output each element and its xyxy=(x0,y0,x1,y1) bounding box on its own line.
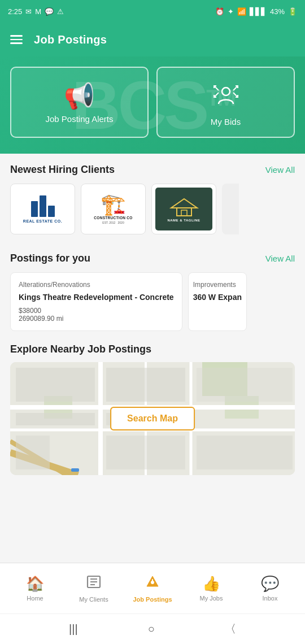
svg-rect-20 xyxy=(106,368,185,402)
bids-label: My Bids xyxy=(211,117,241,127)
status-right: ⏰ ✦ 📶 ▋▋▋ 43% 🔋 xyxy=(215,7,297,16)
nav-label-inbox: Inbox xyxy=(263,595,278,602)
bids-icon xyxy=(211,80,241,111)
svg-rect-26 xyxy=(197,436,293,469)
clients-row: REAL ESTATE CO. 🏗️ CONSTRUCTION CO EST. … xyxy=(10,184,295,242)
construction-icon: 🏗️ xyxy=(101,194,126,215)
svg-line-1 xyxy=(214,86,219,90)
client-card-construction[interactable]: 🏗️ CONSTRUCTION CO EST. 2012 2020 xyxy=(81,184,146,234)
svg-line-4 xyxy=(233,93,238,97)
client-card-real-estate[interactable]: REAL ESTATE CO. xyxy=(10,184,75,234)
newest-clients-title: Newest Hiring Clients xyxy=(10,164,115,176)
explore-title: Explore Nearby Job Postings xyxy=(10,341,295,355)
newest-clients-section: Newest Hiring Clients View All REAL ESTA… xyxy=(0,154,305,242)
posting-price: $38000 xyxy=(19,307,41,315)
job-postings-icon xyxy=(145,574,160,594)
re-company-name: REAL ESTATE CO. xyxy=(23,219,62,223)
newest-clients-view-all[interactable]: View All xyxy=(265,165,295,175)
nav-item-my-clients[interactable]: My Clients xyxy=(64,574,123,603)
chat-icon: 💬 xyxy=(45,7,54,16)
svg-rect-7 xyxy=(181,210,187,216)
nav-label-my-clients: My Clients xyxy=(79,596,108,603)
alerts-label: Job Posting Alerts xyxy=(45,114,113,124)
nav-item-job-postings[interactable]: Job Postings xyxy=(123,574,182,603)
nt-company-name: NAME & TAGLINE xyxy=(167,219,200,222)
nav-label-home: Home xyxy=(27,595,43,602)
back-button[interactable]: 〈 xyxy=(225,621,236,637)
svg-rect-24 xyxy=(16,436,50,469)
mail-icon: M xyxy=(35,7,41,16)
hero-section: BCSTM 📢 Job Posting Alerts xyxy=(0,56,305,154)
posting-distance: 2690089.90 mi xyxy=(19,315,63,323)
nav-label-my-jobs: My Jobs xyxy=(200,595,223,602)
home-icon: 🏠 xyxy=(26,575,44,593)
postings-title: Postings for you xyxy=(10,253,90,264)
svg-rect-21 xyxy=(16,413,95,425)
battery-percentage: 43% xyxy=(270,7,285,16)
svg-rect-25 xyxy=(106,436,185,469)
my-clients-icon xyxy=(86,574,102,594)
my-bids-card[interactable]: My Bids xyxy=(156,67,295,138)
client-card-partial xyxy=(222,184,239,234)
app-header: Job Postings xyxy=(0,23,305,56)
explore-section: Explore Nearby Job Postings xyxy=(0,341,305,485)
client-card-nametagline[interactable]: NAME & TAGLINE xyxy=(151,184,216,234)
nav-item-inbox[interactable]: 💬 Inbox xyxy=(241,575,299,602)
search-map-button[interactable]: Search Map xyxy=(110,407,195,430)
svg-marker-5 xyxy=(171,199,197,208)
alarm-icon: ⏰ xyxy=(215,7,224,16)
main-content: Newest Hiring Clients View All REAL ESTA… xyxy=(0,154,305,600)
svg-rect-27 xyxy=(71,468,79,472)
postings-row: Alterations/Renovations Kings Theatre Re… xyxy=(10,272,295,341)
construction-sub: EST. 2012 2020 xyxy=(102,221,124,224)
postings-view-all[interactable]: View All xyxy=(265,254,295,263)
re-bars-icon xyxy=(31,195,55,217)
posting-category: Alterations/Renovations xyxy=(19,281,174,289)
map-container: Search Map xyxy=(10,362,295,475)
posting-meta: $38000 2690089.90 mi xyxy=(19,307,174,323)
postings-header: Postings for you View All xyxy=(10,253,295,264)
battery-icon: 🔋 xyxy=(288,7,297,16)
posting-card-kings-theatre[interactable]: Alterations/Renovations Kings Theatre Re… xyxy=(10,272,182,331)
menu-button[interactable] xyxy=(10,35,23,44)
svg-point-0 xyxy=(222,88,230,95)
postings-section: Postings for you View All Alterations/Re… xyxy=(0,242,305,341)
svg-rect-33 xyxy=(152,579,153,581)
nt-house-icon xyxy=(169,197,199,217)
alerts-icon: 📢 xyxy=(64,84,95,108)
job-posting-alerts-card[interactable]: 📢 Job Posting Alerts xyxy=(10,67,149,138)
posting-card-partial[interactable]: Improvements 360 W Expan xyxy=(188,272,247,331)
recent-apps-button[interactable]: ||| xyxy=(69,623,78,636)
posting-title-2: 360 W Expan xyxy=(193,292,242,302)
home-button[interactable]: ○ xyxy=(148,623,155,636)
msg-icon: ✉ xyxy=(25,7,32,16)
bottom-nav: 🏠 Home My Clients Job Postings 👍 My Jobs xyxy=(0,563,305,613)
svg-line-3 xyxy=(214,93,219,97)
construction-name: CONSTRUCTION CO xyxy=(94,216,132,220)
hero-cards: 📢 Job Posting Alerts xyxy=(10,67,295,138)
status-time: 2:25 xyxy=(8,7,22,16)
posting-category-2: Improvements xyxy=(193,281,242,289)
inbox-icon: 💬 xyxy=(261,575,279,593)
my-jobs-icon: 👍 xyxy=(202,575,220,593)
svg-rect-6 xyxy=(177,208,191,216)
page-title: Job Postings xyxy=(34,33,107,46)
system-nav-bar: ||| ○ 〈 xyxy=(0,613,305,644)
alert-icon: ⚠ xyxy=(57,7,64,16)
nav-item-home[interactable]: 🏠 Home xyxy=(6,575,64,602)
posting-title: Kings Theatre Redevelopment - Concrete xyxy=(19,292,174,302)
svg-rect-23 xyxy=(197,368,293,402)
nav-item-my-jobs[interactable]: 👍 My Jobs xyxy=(182,575,241,602)
bluetooth-icon: ✦ xyxy=(228,7,234,16)
status-left: 2:25 ✉ M 💬 ⚠ xyxy=(8,7,64,16)
newest-clients-header: Newest Hiring Clients View All xyxy=(10,164,295,176)
status-bar: 2:25 ✉ M 💬 ⚠ ⏰ ✦ 📶 ▋▋▋ 43% 🔋 xyxy=(0,0,305,23)
svg-rect-19 xyxy=(16,368,95,402)
nav-label-job-postings: Job Postings xyxy=(133,596,172,603)
svg-line-2 xyxy=(233,86,238,90)
wifi-icon: 📶 xyxy=(237,7,246,16)
signal-icon: ▋▋▋ xyxy=(250,7,267,16)
